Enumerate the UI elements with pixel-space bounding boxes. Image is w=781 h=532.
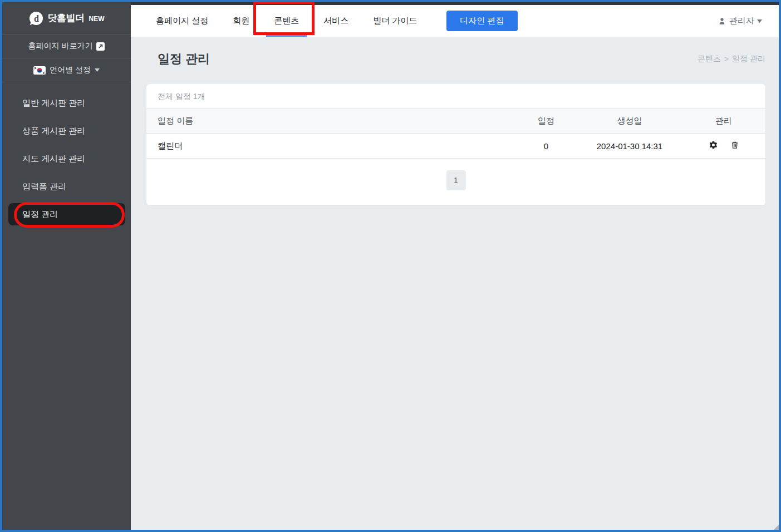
person-icon: [718, 17, 726, 26]
page-button-1[interactable]: 1: [446, 170, 466, 190]
app-window: d 닷홈빌더 NEW 홈페이지 바로가기: [0, 0, 781, 532]
settings-button[interactable]: [709, 140, 718, 150]
sidebar-item-map-board[interactable]: 지도 게시판 관리: [2, 145, 131, 173]
korea-flag-icon: [33, 66, 46, 75]
logo-title: 닷홈빌더: [48, 12, 85, 24]
pagination: 1: [146, 159, 765, 205]
sidebar: d 닷홈빌더 NEW 홈페이지 바로가기: [2, 2, 131, 530]
sidebar-link-homepage[interactable]: 홈페이지 바로가기: [2, 35, 131, 58]
total-count-label: 전체 일정 1개: [146, 84, 765, 109]
breadcrumb-item-content[interactable]: 콘텐츠: [698, 54, 721, 64]
user-name: 관리자: [729, 16, 754, 26]
page-title: 일정 관리: [158, 51, 210, 67]
app-logo[interactable]: d 닷홈빌더 NEW: [2, 2, 131, 35]
column-header-manage: 관리: [682, 109, 765, 134]
top-navigation: 홈페이지 설정 회원 콘텐츠 서비스 빌더 가이드 디자인 편집 관리자: [131, 5, 779, 37]
gear-icon: [709, 140, 718, 150]
page-header: 일정 관리 콘텐츠 > 일정 관리: [131, 37, 779, 67]
svg-text:d: d: [34, 13, 39, 23]
chevron-down-icon: [95, 68, 100, 72]
logo-badge: NEW: [89, 15, 105, 23]
design-edit-button[interactable]: 디자인 편집: [446, 11, 517, 31]
breadcrumb: 콘텐츠 > 일정 관리: [698, 54, 765, 64]
table-header-row: 일정 이름 일정 생성일 관리: [146, 109, 765, 134]
sidebar-item-schedule[interactable]: 일정 관리: [8, 203, 125, 225]
row-actions: [709, 140, 739, 150]
homepage-shortcut-label: 홈페이지 바로가기: [28, 41, 93, 51]
delete-button[interactable]: [730, 140, 739, 150]
sidebar-item-input-form[interactable]: 입력폼 관리: [2, 173, 131, 200]
schedule-created-cell: 2024-01-30 14:31: [577, 134, 682, 159]
user-menu[interactable]: 관리자: [718, 16, 762, 26]
schedule-table: 일정 이름 일정 생성일 관리 캘린더 0 2024-01-30 14:31: [146, 109, 765, 159]
schedule-count-cell: 0: [515, 134, 577, 159]
sidebar-language-selector[interactable]: 언어별 설정: [2, 58, 131, 82]
tab-services[interactable]: 서비스: [314, 5, 358, 37]
schedule-list-card: 전체 일정 1개 일정 이름 일정 생성일 관리 캘린더 0: [146, 84, 765, 205]
sidebar-item-general-board[interactable]: 일반 게시판 관리: [2, 89, 131, 117]
tab-builder-guide[interactable]: 빌더 가이드: [364, 5, 426, 37]
breadcrumb-item-schedule: 일정 관리: [732, 54, 765, 64]
tab-homepage-settings[interactable]: 홈페이지 설정: [146, 5, 218, 37]
column-header-count: 일정: [515, 109, 577, 134]
table-row: 캘린더 0 2024-01-30 14:31: [146, 134, 765, 159]
nav-tabs: 홈페이지 설정 회원 콘텐츠 서비스 빌더 가이드: [146, 5, 426, 37]
external-link-icon: [96, 42, 105, 51]
column-header-created: 생성일: [577, 109, 682, 134]
column-header-name: 일정 이름: [146, 109, 515, 134]
tab-content[interactable]: 콘텐츠: [264, 5, 308, 37]
chevron-down-icon: [757, 19, 762, 23]
schedule-name-cell: 캘린더: [146, 134, 515, 159]
resize-handle[interactable]: [774, 525, 779, 530]
main-content: 일정 관리 콘텐츠 > 일정 관리 전체 일정 1개 일정 이름 일정 생성일 …: [131, 37, 779, 530]
sidebar-menu: 일반 게시판 관리 상품 게시판 관리 지도 게시판 관리 입력폼 관리 일정 …: [2, 82, 131, 225]
breadcrumb-separator: >: [724, 55, 729, 63]
tab-members[interactable]: 회원: [223, 5, 259, 37]
sidebar-item-product-board[interactable]: 상품 게시판 관리: [2, 117, 131, 145]
language-selector-label: 언어별 설정: [50, 65, 91, 75]
trash-icon: [730, 140, 739, 150]
dothome-logo-icon: d: [29, 11, 43, 26]
